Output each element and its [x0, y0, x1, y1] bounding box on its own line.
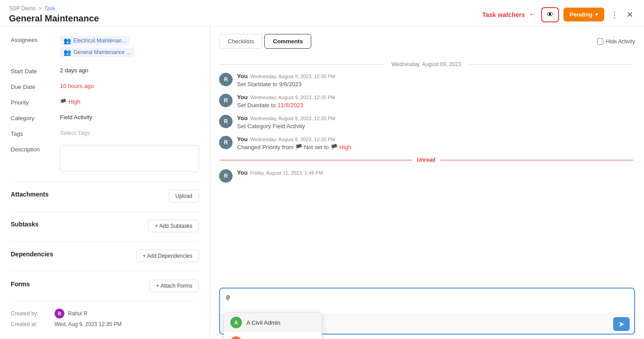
description-value [60, 145, 199, 173]
header: SDP Demo > Task General Maintenance Task… [0, 0, 644, 27]
activity-user-1: You [237, 73, 248, 80]
dependencies-section: Dependencies + Add Dependencies [11, 249, 199, 263]
attach-forms-button[interactable]: + Attach Forms [149, 280, 199, 292]
comment-input[interactable]: @ [220, 289, 634, 313]
hide-activity-checkbox[interactable] [597, 38, 603, 45]
start-date-value: 2 days ago [60, 67, 199, 74]
assignees-value: 👥 Electrical Maintenan... 👥 General Main… [60, 36, 199, 59]
tags-value[interactable]: Select Tags [60, 130, 199, 136]
mention-item-1[interactable]: A A Civil Admin [224, 313, 322, 332]
activity-user-2: You [237, 94, 248, 100]
due-date-row: Due Date 10 hours ago [11, 83, 199, 90]
attachments-label: Attachments [11, 191, 49, 198]
activity-avatar-3: R [219, 115, 233, 128]
group-icon-2: 👥 [64, 49, 71, 56]
activity-header-5: You Friday, August 11, 2023, 1:49 PM [237, 169, 633, 176]
due-date-label: Due Date [11, 83, 60, 90]
eye-icon: 👁 [547, 11, 554, 19]
right-panel: Checklists Comments Hide Activity Wednes… [210, 27, 644, 339]
description-row: Description [11, 145, 199, 173]
left-panel: Assignees 👥 Electrical Maintenan... 👥 Ge… [0, 27, 210, 339]
activity-item-5: R You Friday, August 11, 2023, 1:49 PM [219, 169, 633, 183]
assignees-row: Assignees 👥 Electrical Maintenan... 👥 Ge… [11, 36, 199, 59]
add-subtasks-button[interactable]: + Add Subtasks [148, 220, 199, 232]
category-value: Field Activity [60, 114, 199, 121]
tags-row: Tags Select Tags [11, 130, 199, 137]
divider-3 [11, 241, 199, 242]
start-date-label: Start Date [11, 67, 60, 75]
upload-button[interactable]: Upload [169, 190, 199, 202]
task-watchers-button[interactable]: 👁 [541, 7, 559, 22]
page-title: General Maintenance [9, 13, 99, 24]
created-by-label: Created by: [11, 310, 51, 317]
assignee-tag-1[interactable]: 👥 Electrical Maintenan... [60, 36, 130, 46]
upload-label: Upload [175, 193, 192, 199]
category-row: Category Field Activity [11, 114, 199, 121]
dependencies-label: Dependencies [11, 251, 53, 258]
activity-header-3: You Wednesday, August 9, 2023, 12:35 PM [237, 115, 633, 121]
send-button[interactable]: ➤ [613, 317, 630, 331]
activity-time-2: Wednesday, August 9, 2023, 12:35 PM [250, 95, 335, 100]
more-options-button[interactable]: ⋮ [609, 8, 620, 21]
priority-label: Priority [11, 98, 60, 106]
activity-time-5: Friday, August 11, 2023, 1:49 PM [250, 170, 323, 176]
unread-divider: Unread [219, 157, 633, 163]
activity-avatar-1: R [219, 73, 233, 86]
activity-time-3: Wednesday, August 9, 2023, 12:35 PM [250, 116, 335, 121]
activity-content-1: You Wednesday, August 9, 2023, 12:35 PM … [237, 73, 633, 88]
activity-item-1: R You Wednesday, August 9, 2023, 12:35 P… [219, 73, 633, 88]
assignee-tag-2[interactable]: 👥 General Maintenance ... [60, 47, 134, 57]
created-at-value: Wed, Aug 9, 2023 12:35 PM [55, 321, 122, 327]
activity-avatar-2: R [219, 94, 233, 107]
tags-label: Tags [11, 130, 60, 137]
mention-item-2[interactable]: A A Civil Engineer [224, 332, 322, 339]
chevron-down-icon: ▾ [595, 12, 598, 17]
task-watchers-label: Task watchers ← [482, 10, 536, 19]
tabs: Checklists Comments [219, 34, 311, 49]
add-dependencies-button[interactable]: + Add Dependencies [136, 250, 199, 262]
header-left: SDP Demo > Task General Maintenance [9, 5, 99, 24]
footer-meta: Created by: R Rahul R Created at: Wed, A… [11, 309, 199, 327]
mention-avatar-2: A [230, 336, 242, 339]
breadcrumb-parent: SDP Demo [9, 5, 36, 12]
close-button[interactable]: ✕ [625, 8, 635, 21]
mention-name-1: A Civil Admin [246, 319, 280, 326]
pending-button[interactable]: Pending ▾ [564, 8, 604, 21]
flag-icon: 🏴 [60, 99, 67, 105]
created-by-row: Created by: R Rahul R [11, 309, 199, 318]
divider-4 [11, 271, 199, 272]
date-separator-1: Wednesday, August 09, 2023 [219, 61, 633, 67]
group-icon-1: 👥 [64, 37, 71, 44]
description-label: Description [11, 145, 60, 153]
start-date-row: Start Date 2 days ago [11, 67, 199, 75]
activity-text-3: Set Category Field Activity [237, 123, 633, 130]
category-label: Category [11, 114, 60, 121]
assignee-name-2: General Maintenance ... [73, 49, 131, 55]
created-at-row: Created at: Wed, Aug 9, 2023 12:35 PM [11, 321, 199, 327]
activity-user-3: You [237, 115, 248, 121]
tab-comments[interactable]: Comments [264, 34, 311, 49]
divider-5 [11, 301, 199, 301]
activity-content-4: You Wednesday, August 9, 2023, 12:35 PM … [237, 136, 633, 151]
unread-label: Unread [417, 157, 435, 163]
mention-avatar-1: A [230, 317, 242, 328]
attachments-section: Attachments Upload [11, 189, 199, 203]
activity-time-4: Wednesday, August 9, 2023, 12:35 PM [250, 137, 335, 142]
unread-line-left [219, 160, 412, 160]
tab-checklists[interactable]: Checklists [219, 34, 263, 49]
breadcrumb-current[interactable]: Task [44, 5, 55, 12]
tabs-row: Checklists Comments Hide Activity [219, 34, 635, 49]
activity-text-1: Set Startdate to 9/8/2023 [237, 81, 633, 88]
activity-header-4: You Wednesday, August 9, 2023, 12:35 PM [237, 136, 633, 142]
forms-section: Forms + Attach Forms [11, 279, 199, 293]
unread-line-right [440, 160, 633, 160]
forms-label: Forms [11, 280, 30, 288]
assignee-name-1: Electrical Maintenan... [73, 38, 126, 44]
description-input[interactable] [60, 145, 199, 172]
activity-item-2: R You Wednesday, August 9, 2023, 12:35 P… [219, 94, 633, 109]
priority-row: Priority 🏴 High [11, 98, 199, 106]
hide-activity-control: Hide Activity [597, 38, 635, 45]
add-subtasks-label: + Add Subtasks [155, 223, 192, 229]
header-right: Task watchers ← 👁 Pending ▾ ⋮ ✕ [482, 7, 635, 22]
send-icon: ➤ [619, 320, 624, 328]
